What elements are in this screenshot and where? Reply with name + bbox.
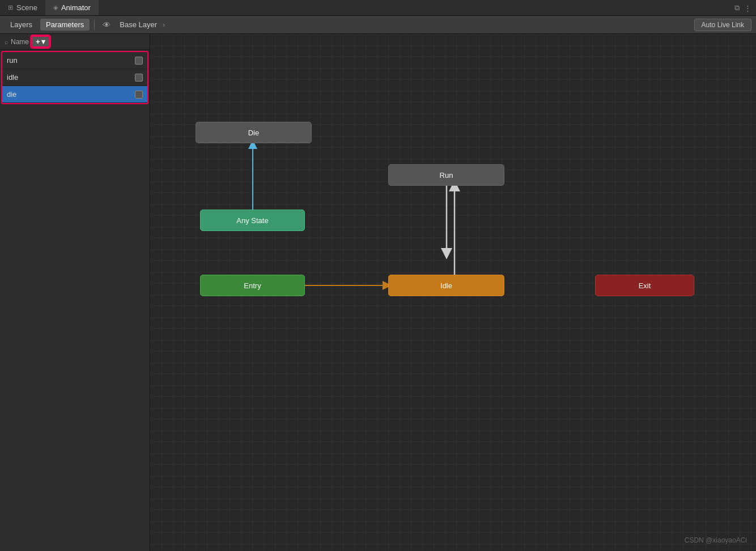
watermark: CSDN @xiaoyaoACi — [685, 536, 747, 544]
left-panel: ⌕ Name + ▾ run idle die — [0, 34, 150, 551]
visibility-icon[interactable]: 👁 — [99, 20, 114, 29]
animator-toolbar: Layers Parameters 👁 Base Layer › Auto Li… — [0, 16, 756, 34]
param-name-run: run — [7, 56, 135, 65]
search-icon: ⌕ — [5, 39, 9, 45]
param-row-run[interactable]: run — [2, 52, 147, 69]
param-row-die[interactable]: die — [2, 86, 147, 103]
toolbar-right: Auto Live Link — [694, 19, 751, 31]
window-menu-icon[interactable]: ⋮ — [744, 4, 751, 12]
main-layout: ⌕ Name + ▾ run idle die — [0, 34, 756, 551]
param-name-idle: idle — [7, 73, 135, 82]
canvas-area[interactable]: Die Run Any State Idle Entry Exit CSDN @… — [150, 34, 756, 551]
add-dropdown-icon: ▾ — [41, 37, 45, 46]
tab-parameters[interactable]: Parameters — [40, 19, 90, 31]
tab-scene[interactable]: ⊞ Scene — [0, 0, 45, 15]
window-controls: ⧉ ⋮ — [730, 0, 756, 16]
node-die[interactable]: Die — [196, 122, 312, 143]
tab-animator-label: Animator — [61, 3, 91, 12]
param-name-die: die — [7, 90, 135, 99]
toolbar-separator — [94, 20, 95, 30]
node-idle[interactable]: Idle — [388, 275, 504, 296]
tab-animator[interactable]: ◈ Animator — [45, 0, 99, 15]
node-any-state[interactable]: Any State — [200, 210, 305, 231]
panel-header: ⌕ Name + ▾ — [0, 34, 150, 50]
param-checkbox-run[interactable] — [135, 57, 143, 65]
param-checkbox-die[interactable] — [135, 91, 143, 99]
animator-icon: ◈ — [53, 4, 58, 11]
node-exit[interactable]: Exit — [595, 275, 694, 296]
add-parameter-button[interactable]: + ▾ — [31, 36, 50, 48]
tab-bar: ⊞ Scene ◈ Animator ⧉ ⋮ — [0, 0, 756, 16]
param-checkbox-idle[interactable] — [135, 74, 143, 82]
tab-scene-label: Scene — [16, 3, 37, 12]
add-plus-icon: + — [36, 37, 40, 46]
name-header-label: Name — [11, 38, 29, 46]
tab-layers[interactable]: Layers — [5, 19, 38, 31]
breadcrumb-arrow: › — [163, 20, 165, 29]
params-highlight-box: run idle die — [1, 51, 148, 104]
parameters-list: run idle die — [0, 50, 150, 551]
breadcrumb: Base Layer — [116, 20, 160, 29]
param-row-idle[interactable]: idle — [2, 69, 147, 86]
node-run[interactable]: Run — [388, 164, 504, 186]
window-expand-icon[interactable]: ⧉ — [734, 3, 740, 12]
node-entry[interactable]: Entry — [200, 275, 305, 296]
scene-icon: ⊞ — [8, 4, 13, 11]
auto-live-button[interactable]: Auto Live Link — [694, 19, 751, 31]
